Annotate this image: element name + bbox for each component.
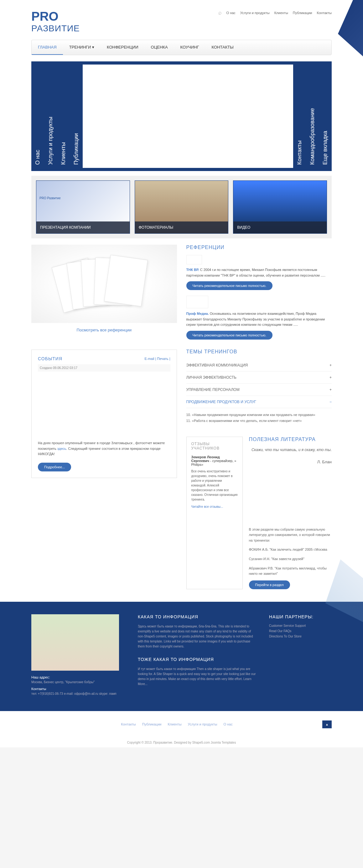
footer-info2-text: И тут может быть какая то информация The…: [138, 666, 256, 687]
nav-home[interactable]: ГЛАВНАЯ: [32, 40, 63, 55]
feedback-box: ОТЗЫВЫ УЧАСТНИКОВ Земеров Леонид Сергеев…: [186, 437, 243, 589]
nav-contacts[interactable]: КОНТАКТЫ: [206, 40, 240, 55]
references-title: РЕФЕРЕНЦИИ: [186, 245, 332, 250]
contacts-text: тел: +7(916)921-06-73 e-mail: офроф@m-ai…: [31, 692, 125, 695]
bottom-nav-about[interactable]: О нас: [223, 722, 233, 726]
book-2: Сусанин И.Н. "Как завести друзей": [249, 556, 332, 562]
reference-item-2: Проф Медиа. Основываясь на позитивном оп…: [186, 311, 332, 328]
accordion-communication[interactable]: ЭФФЕКТИВНАЯ КОММУНИКАЦИЯ+: [186, 359, 332, 372]
literature-quote: Скажи, что ты читаешь, и я скажу, кто ты…: [249, 447, 332, 453]
topnav-clients[interactable]: Клиенты: [274, 11, 288, 15]
nav-evaluation[interactable]: ОЦЕНКА: [145, 40, 174, 55]
literature-button[interactable]: Перейти в раздел: [249, 581, 290, 589]
bottom-nav-clients[interactable]: Клиенты: [168, 722, 181, 726]
hero-tab-team[interactable]: Командообразование: [306, 61, 319, 171]
book-1: ФОКИН А.Б. "Как залечить людей" 2005 г.М…: [249, 547, 332, 553]
hero-tabs: О нас Услуги и продукты Клиенты Публикац…: [31, 61, 332, 171]
bottom-nav-services[interactable]: Услуги и продукты: [188, 722, 217, 726]
minus-icon: −: [330, 400, 332, 404]
all-feedback-link[interactable]: Читайте все отзывы...: [191, 505, 238, 508]
events-more-button[interactable]: Подробнее...: [38, 463, 71, 471]
address-label: Наш адрес:: [31, 675, 125, 679]
nav-trainings[interactable]: ТРЕНИНГИ ▾: [63, 40, 100, 55]
references-image: [31, 245, 177, 323]
book-3: Абрамович Р.В. "Как потратить миллиард, …: [249, 566, 332, 577]
events-box: СОБЫТИЯ E-mail | Печать | Создано 09.06.…: [31, 349, 177, 478]
footer-info1-text: Здесь может быть какая то информации, бл…: [138, 624, 256, 649]
events-email-link[interactable]: E-mail: [144, 357, 154, 361]
topnav-publications[interactable]: Публикации: [293, 11, 312, 15]
bottom-nav-contacts[interactable]: Контакты: [121, 722, 136, 726]
address: Москва, Бизнес центр, "Крылатские бобры": [31, 680, 125, 684]
plus-icon: +: [330, 375, 332, 380]
logo[interactable]: PRO РАЗВИТИЕ: [31, 9, 80, 33]
partner-link-2[interactable]: Read Our FAQs: [269, 629, 332, 633]
partners-title: НАШИ ПАРТНЕРЫ:: [269, 614, 332, 619]
plus-icon: +: [330, 363, 332, 367]
hero-content: [83, 65, 293, 168]
event-here-link[interactable]: здесь: [57, 447, 66, 451]
read-reference-1-button[interactable]: Читать рекомендательное письмо полностью…: [186, 281, 273, 290]
scroll-top-button[interactable]: ▲: [322, 720, 332, 728]
hero-tab-contacts[interactable]: Контакты: [293, 61, 306, 171]
partner-link-3[interactable]: Directions To Our Store: [269, 634, 332, 638]
read-reference-2-button[interactable]: Читать рекомендательное письмо полностью…: [186, 331, 273, 340]
footer-info1-title: КАКАЯ ТО ИНФОРМАЦИЯ: [138, 614, 256, 619]
hero-tab-more[interactable]: Еще вкладка: [319, 61, 332, 171]
events-title: СОБЫТИЯ: [38, 356, 62, 361]
trainings-title: ТЕМЫ ТРЕНИНГОВ: [186, 349, 332, 354]
accordion-efficiency[interactable]: ЛИЧНАЯ ЭФФЕКТИВНОСТЬ+: [186, 372, 332, 384]
event-date: Создано 09.06.2012 03:17: [38, 364, 171, 372]
plus-icon: +: [330, 388, 332, 392]
nav-coaching[interactable]: КОУЧИНГ: [174, 40, 206, 55]
events-print-link[interactable]: Печать: [157, 357, 169, 361]
event-text: На днях прошел опупенный тренинг в город…: [38, 440, 171, 457]
tnk-bp-logo: [186, 255, 202, 265]
card-video[interactable]: ВИДЕО: [233, 180, 327, 234]
topnav-about[interactable]: О нас: [226, 11, 236, 15]
footer-info2-title: ТОЖЕ КАКАЯ ТО ИНФОРМАЦИЯ: [138, 657, 256, 662]
reference-item-1: ТНК ВР. С 2004 г.и по настоящее время, М…: [186, 267, 332, 278]
search-icon[interactable]: ⌕: [218, 9, 222, 16]
hero-tab-services[interactable]: Услуги и продукты: [44, 61, 57, 171]
hero-tab-about[interactable]: О нас: [31, 61, 44, 171]
literature-intro: В этом разделе мы собрали самую уникальн…: [249, 527, 332, 544]
literature-title: ПОЛЕЗНАЯ ЛИТЕРАТУРА: [249, 437, 332, 442]
accordion-personnel[interactable]: УПРАВЛЕНИЕ ПЕРСОНАЛОМ+: [186, 384, 332, 396]
footer-map[interactable]: [31, 614, 119, 671]
main-nav: ГЛАВНАЯ ТРЕНИНГИ ▾ КОНФЕРЕНЦИИ ОЦЕНКА КО…: [31, 40, 332, 55]
hero-tab-clients[interactable]: Клиенты: [57, 61, 70, 171]
partner-link-1[interactable]: Customer Service Support: [269, 624, 332, 627]
all-references-link[interactable]: Посмотреть все референции: [31, 323, 177, 337]
topnav-services[interactable]: Услуги и продукты: [240, 11, 270, 15]
accordion-content: 10. «Навыки продвижения продукции компан…: [186, 408, 332, 427]
accordion-products[interactable]: ПРОДВИЖЕНИЕ ПРОДУКТОВ И УСЛУГ−: [186, 396, 332, 408]
contacts-label: Контакты: [31, 687, 125, 691]
card-photos[interactable]: ФОТОМАТЕРИАЛЫ: [135, 180, 229, 234]
quote-author: Л. Блан: [249, 460, 332, 464]
copyright: Copyright © 2013. Проразвитие. Designed …: [0, 738, 363, 747]
hero-tab-publications[interactable]: Публикации: [70, 61, 83, 171]
bottom-nav-publications[interactable]: Публикации: [142, 722, 161, 726]
card-presentation[interactable]: PRO Развитие ПРЕЗЕНТАЦИЯ КОМПАНИИ: [36, 180, 130, 234]
prof-media-logo: [186, 296, 208, 308]
nav-conferences[interactable]: КОНФЕРЕНЦИИ: [100, 40, 145, 55]
topnav-contacts[interactable]: Контакты: [316, 11, 332, 15]
